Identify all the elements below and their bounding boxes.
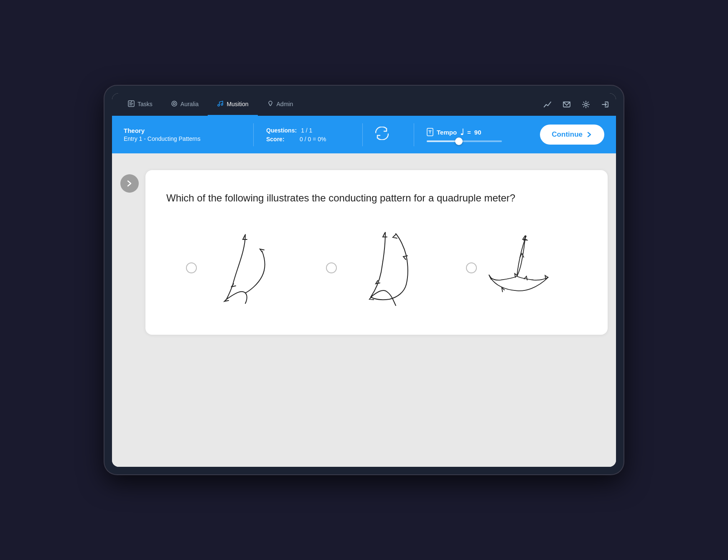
tempo-equals: = xyxy=(467,129,471,136)
auralia-icon xyxy=(171,100,178,108)
header-theory: Theory xyxy=(124,127,241,134)
svg-point-1 xyxy=(172,101,177,106)
svg-point-3 xyxy=(218,104,219,106)
tempo-note: ♩ xyxy=(460,127,464,137)
auralia-label: Auralia xyxy=(181,101,199,107)
score-label: Score: xyxy=(266,136,295,143)
answer-option-c xyxy=(447,226,587,310)
radio-option-a[interactable] xyxy=(186,262,197,273)
sidebar-toggle-button[interactable] xyxy=(120,174,139,193)
top-nav: Tasks Auralia xyxy=(112,93,616,116)
nav-tab-musition[interactable]: Musition xyxy=(208,93,257,116)
header-title-section: Theory Entry 1 - Conducting Patterns xyxy=(124,127,241,142)
questions-value: 1 / 1 xyxy=(301,127,312,134)
answer-options xyxy=(166,226,587,310)
nav-tabs: Tasks Auralia xyxy=(119,93,302,116)
nav-tab-auralia[interactable]: Auralia xyxy=(162,93,208,116)
chart-icon-btn[interactable] xyxy=(543,100,552,109)
questions-label: Questions: xyxy=(266,127,297,134)
logout-icon-btn[interactable] xyxy=(601,100,609,109)
tasks-icon xyxy=(128,100,135,108)
pattern-b-duple xyxy=(344,226,427,310)
answer-option-a xyxy=(166,226,306,310)
continue-button[interactable]: Continue xyxy=(540,125,604,145)
tempo-section: Tempo ♩ = 90 xyxy=(427,127,519,142)
question-text: Which of the following illustrates the c… xyxy=(166,191,587,205)
score-value: 0 / 0 = 0% xyxy=(300,136,326,143)
refresh-button[interactable] xyxy=(375,127,389,143)
svg-point-6 xyxy=(585,103,587,106)
admin-icon xyxy=(267,100,274,108)
radio-option-b[interactable] xyxy=(326,262,337,273)
admin-label: Admin xyxy=(277,101,293,107)
tempo-value: 90 xyxy=(474,129,481,136)
tempo-slider-thumb[interactable] xyxy=(455,137,463,145)
svg-point-4 xyxy=(221,104,223,105)
question-card: Which of the following illustrates the c… xyxy=(145,170,608,335)
tablet-screen: Tasks Auralia xyxy=(112,93,616,467)
nav-right xyxy=(543,100,609,109)
header-divider-2 xyxy=(362,123,363,146)
tasks-label: Tasks xyxy=(137,101,153,107)
main-content: Which of the following illustrates the c… xyxy=(112,153,616,467)
pattern-c-quadruple xyxy=(484,226,567,310)
tempo-label: Tempo xyxy=(437,129,457,136)
musition-icon xyxy=(217,100,224,108)
settings-icon-btn[interactable] xyxy=(582,100,590,109)
pattern-a-triple xyxy=(204,226,287,310)
header-bar: Theory Entry 1 - Conducting Patterns Que… xyxy=(112,116,616,153)
header-divider-1 xyxy=(253,123,254,146)
header-questions: Questions: 1 / 1 Score: 0 / 0 = 0% xyxy=(266,127,350,143)
tempo-slider[interactable] xyxy=(427,140,502,142)
header-divider-3 xyxy=(414,123,414,146)
nav-tab-tasks[interactable]: Tasks xyxy=(119,93,162,116)
header-entry: Entry 1 - Conducting Patterns xyxy=(124,135,241,142)
nav-tab-admin[interactable]: Admin xyxy=(258,93,303,116)
tempo-slider-container xyxy=(427,140,519,142)
mail-icon-btn[interactable] xyxy=(563,100,571,109)
musition-label: Musition xyxy=(227,101,248,107)
answer-option-b xyxy=(306,226,446,310)
svg-point-2 xyxy=(173,102,175,104)
tablet-frame: Tasks Auralia xyxy=(104,86,624,474)
continue-label: Continue xyxy=(552,130,583,139)
radio-option-c[interactable] xyxy=(466,262,477,273)
